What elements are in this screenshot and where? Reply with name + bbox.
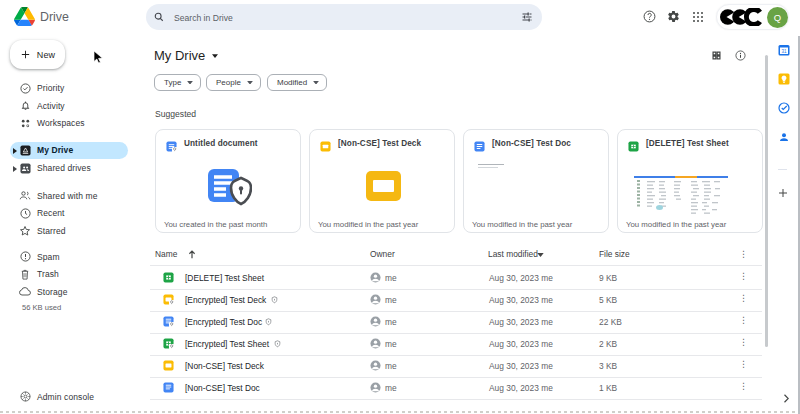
svg-text:31: 31 xyxy=(781,49,787,54)
